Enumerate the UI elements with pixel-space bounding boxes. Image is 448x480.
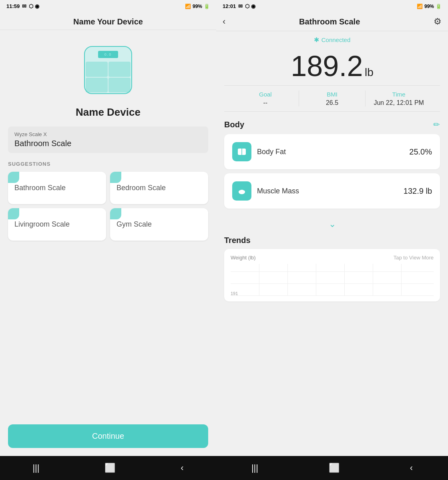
- muscle-mass-icon-box: [232, 181, 251, 201]
- connected-label: Connected: [321, 36, 351, 43]
- trends-card[interactable]: Weight (lb) Tap to View More 191: [224, 249, 440, 301]
- stats-row: Goal -- BMI 26.5 Time Jun 22, 12:01 PM: [224, 85, 440, 112]
- chart-col-line-4: [344, 264, 345, 296]
- right-mail-icon: ✉: [238, 3, 243, 9]
- suggestion-label-0: Bathroom Scale: [14, 184, 66, 192]
- body-title: Body: [224, 120, 244, 129]
- right-wifi-icon: 📶: [417, 4, 423, 9]
- settings-button[interactable]: ⚙: [434, 16, 442, 27]
- right-panel: 12:01 ✉ ⬡ ◉ 📶 99% 🔋 ‹ Bathroom Scale ⚙ ✱…: [216, 0, 448, 480]
- suggestions-label: SUGGESTIONS: [0, 153, 216, 172]
- body-fat-icon: [236, 146, 247, 157]
- suggestion-label-3: Gym Scale: [117, 220, 152, 228]
- suggestion-bedroom-scale[interactable]: Bedroom Scale: [110, 172, 208, 204]
- nav-home-icon[interactable]: ⬜: [104, 463, 115, 473]
- weight-number: 189.2: [291, 50, 363, 82]
- right-time: 12:01: [223, 3, 236, 9]
- left-panel: 11:59 ✉ ⬡ ◉ 📶 99% 🔋 Name Your Device 0.0…: [0, 0, 216, 480]
- right-status-left: 12:01 ✉ ⬡ ◉: [223, 3, 255, 9]
- muscle-mass-value: 132.9 lb: [404, 187, 432, 196]
- chart-col-line-6: [401, 264, 402, 296]
- left-status-icons: ⬡ ◉: [29, 3, 39, 9]
- left-nav-bar: ||| ⬜ ‹: [0, 456, 216, 480]
- trends-y-label: Weight (lb): [231, 255, 256, 261]
- chart-col-line-5: [373, 264, 373, 296]
- chart-grid-line-2: [231, 283, 434, 284]
- bluetooth-row: ✱ Connected: [216, 31, 448, 45]
- left-screen-title: Name Your Device: [0, 12, 216, 30]
- trends-tap-label: Tap to View More: [394, 255, 434, 261]
- left-mail-icon: ✉: [22, 3, 26, 9]
- expand-row: ⌄: [216, 216, 448, 236]
- scale-grid-cell-tl: [86, 62, 108, 77]
- left-status-right: 📶 99% 🔋: [185, 4, 210, 9]
- scale-grid-cell-tr: [108, 62, 131, 77]
- body-fat-value: 25.0%: [409, 147, 432, 157]
- stat-bmi-label: BMI: [299, 91, 366, 98]
- right-status-icons: ⬡ ◉: [245, 3, 255, 9]
- body-section: Body ✏ Body Fat 25.0%: [216, 113, 448, 216]
- left-status-left: 11:59 ✉ ⬡ ◉: [6, 3, 39, 9]
- stat-time: Time Jun 22, 12:01 PM: [366, 91, 432, 106]
- suggestion-corner-bl: [8, 208, 19, 219]
- left-battery: 99%: [193, 4, 202, 9]
- stat-bmi: BMI 26.5: [299, 91, 366, 106]
- scale-grid: [85, 61, 131, 93]
- muscle-mass-name: Muscle Mass: [257, 187, 299, 195]
- scale-display: 0.0: [98, 51, 118, 58]
- left-wifi-icon: 📶: [185, 4, 191, 9]
- name-device-heading: Name Device: [0, 102, 216, 127]
- stat-bmi-value: 26.5: [299, 99, 366, 106]
- chart-grid-line-3: [231, 271, 434, 272]
- suggestion-gym-scale[interactable]: Gym Scale: [110, 208, 208, 241]
- scale-grid-cell-br: [108, 78, 131, 93]
- left-battery-icon: 🔋: [204, 4, 210, 9]
- weight-unit: lb: [365, 66, 374, 78]
- back-button[interactable]: ‹: [223, 16, 225, 27]
- right-nav-home-icon[interactable]: ⬜: [329, 463, 340, 473]
- suggestion-corner-tr: [110, 172, 121, 183]
- body-header: Body ✏: [224, 120, 440, 129]
- left-time: 11:59: [6, 3, 20, 9]
- right-top-bar: ‹ Bathroom Scale ⚙: [216, 12, 448, 31]
- muscle-mass-card: Muscle Mass 132.9 lb: [224, 173, 440, 209]
- trends-section: Trends Weight (lb) Tap to View More 191: [216, 236, 448, 301]
- continue-button[interactable]: Continue: [8, 424, 208, 448]
- chart-col-line-3: [316, 264, 316, 296]
- body-fat-name: Body Fat: [257, 148, 286, 156]
- suggestion-livingroom-scale[interactable]: Livingroom Scale: [8, 208, 106, 241]
- body-fat-left: Body Fat: [232, 142, 286, 161]
- right-battery-icon: 🔋: [436, 4, 442, 9]
- chart-area: 191: [231, 264, 434, 296]
- stat-goal-label: Goal: [232, 91, 299, 98]
- right-status-right: 📶 99% 🔋: [417, 4, 442, 9]
- chart-grid-line-1: [231, 295, 434, 296]
- nav-menu-icon[interactable]: |||: [32, 463, 39, 473]
- suggestion-corner-tl: [8, 172, 19, 183]
- left-status-bar: 11:59 ✉ ⬡ ◉ 📶 99% 🔋: [0, 0, 216, 12]
- suggestions-grid: Bathroom Scale Bedroom Scale Livingroom …: [0, 172, 216, 241]
- right-status-bar: 12:01 ✉ ⬡ ◉ 📶 99% 🔋: [216, 0, 448, 12]
- stat-goal: Goal --: [232, 91, 299, 106]
- trends-header: Weight (lb) Tap to View More: [231, 255, 434, 261]
- suggestion-corner-br: [110, 208, 121, 219]
- right-nav-menu-icon[interactable]: |||: [251, 463, 258, 473]
- muscle-mass-left: Muscle Mass: [232, 181, 299, 201]
- scale-grid-cell-bl: [86, 78, 108, 93]
- device-image-container: 0.0: [0, 30, 216, 102]
- device-name-input[interactable]: [14, 139, 202, 148]
- device-name-field: Wyze Scale X: [8, 127, 208, 153]
- weight-display: 189.2 lb: [216, 45, 448, 84]
- edit-icon[interactable]: ✏: [433, 120, 440, 129]
- expand-button[interactable]: ⌄: [329, 219, 336, 229]
- stat-time-label: Time: [366, 91, 432, 98]
- muscle-mass-icon: [236, 185, 247, 197]
- suggestion-bathroom-scale[interactable]: Bathroom Scale: [8, 172, 106, 204]
- chart-col-line-2: [287, 264, 288, 296]
- device-model-label: Wyze Scale X: [14, 131, 202, 137]
- right-nav-back-icon[interactable]: ‹: [410, 463, 413, 473]
- stat-time-value: Jun 22, 12:01 PM: [366, 99, 432, 106]
- suggestion-label-1: Bedroom Scale: [117, 184, 166, 192]
- right-nav-bar: ||| ⬜ ‹: [216, 456, 448, 480]
- nav-back-icon[interactable]: ‹: [181, 463, 183, 473]
